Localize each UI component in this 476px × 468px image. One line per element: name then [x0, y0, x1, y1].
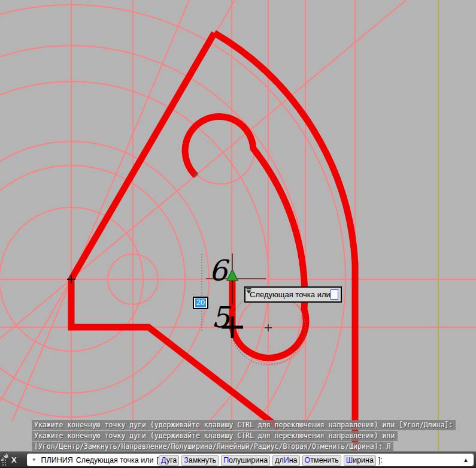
construction-circle[interactable]: [0, 81, 269, 451]
tooltip-text: Следующая точка или: [250, 290, 331, 299]
command-history-line: [Угол/Центр/Замкнуть/Направление/Полушир…: [32, 442, 393, 452]
command-keywords: [ДугаЗамкнутьПолуширинадлИнаОтменитьШири…: [156, 456, 383, 464]
command-history-line: Укажите конечную точку дуги (удерживайте…: [32, 431, 398, 441]
command-dropdown-caret-icon[interactable]: ▼: [32, 457, 37, 463]
expand-history-button[interactable]: ▲: [457, 457, 469, 463]
command-bar: X ▼ ПЛИНИЯ Следующая точка или [ДугаЗамк…: [0, 451, 476, 468]
direction-arrow-marker: [227, 270, 238, 280]
command-history-line: Укажите конечную точку дуги (удерживайте…: [32, 420, 456, 430]
command-keyword-chip[interactable]: длИна: [272, 455, 299, 466]
polyline-inner-loop[interactable]: [185, 117, 306, 358]
construction-geometry: [0, 0, 476, 451]
command-history: Укажите конечную точку дуги (удерживайте…: [32, 420, 456, 452]
dynamic-input-value: 20: [195, 298, 206, 307]
active-command-name: ПЛИНИЯ: [41, 456, 73, 464]
command-keyword-chip[interactable]: Замкнуть: [181, 455, 219, 466]
dynamic-input-tooltip: Следующая точка или: [244, 286, 342, 303]
command-keyword-chip[interactable]: Полуширина: [221, 455, 270, 466]
drawing-geometry: [0, 0, 476, 451]
drawing-canvas[interactable]: 6 5 20 Следующая точка или: [0, 0, 476, 451]
command-input[interactable]: ▼ ПЛИНИЯ Следующая точка или [ДугаЗамкну…: [27, 454, 474, 466]
command-prompt-text: Следующая точка или: [76, 456, 154, 464]
command-keyword-chip[interactable]: Дуга: [159, 455, 179, 466]
command-keyword-chip[interactable]: Ширина: [344, 455, 376, 466]
dynamic-input-value-box[interactable]: 20: [193, 297, 208, 309]
down-arrow-key-icon: [331, 289, 338, 300]
command-keyword-chip[interactable]: Отменить: [302, 455, 341, 466]
vertex-label-5: 5: [211, 303, 230, 331]
bracket: ]:: [378, 456, 383, 464]
vertex-label-6: 6: [209, 256, 228, 285]
